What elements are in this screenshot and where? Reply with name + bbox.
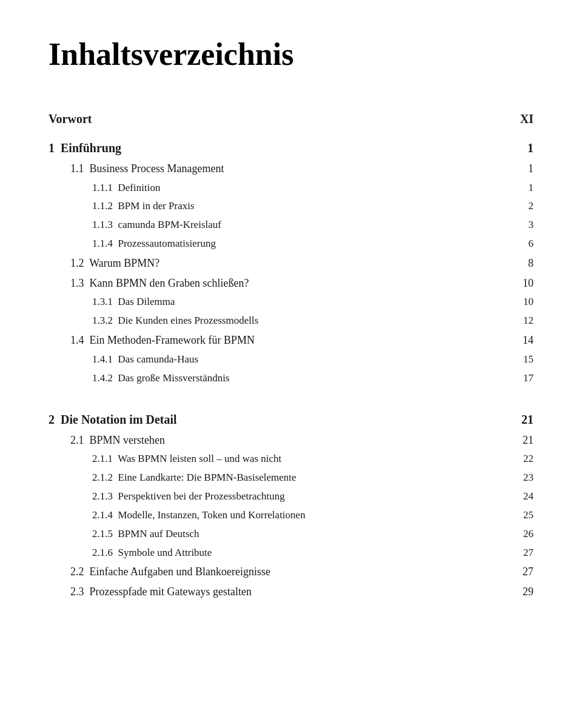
toc-page-ch1-1-4: 6 [509,235,534,253]
toc-entry-ch2-3: 2.3 Prozesspfade mit Gateways gestalten2… [48,583,534,601]
toc-text-ch2-1-6: 2.1.6 Symbole und Attribute [48,544,509,562]
toc-text-ch1-4-2: 1.4.2 Das große Missverständnis [48,370,509,387]
toc-text-ch2-3: 2.3 Prozesspfade mit Gateways gestalten [48,583,509,601]
toc-page-ch1-3-1: 10 [509,293,534,311]
toc-text-ch1-1-4: 1.1.4 Prozessautomatisierung [48,235,509,253]
toc-page-ch1-4-1: 15 [509,351,534,369]
toc-entry-ch2-1-1: 2.1.1 Was BPMN leisten soll – und was ni… [48,450,534,468]
toc-container: VorwortXI1 Einführung11.1 Business Proce… [48,109,534,601]
toc-page-ch2-1-2: 23 [509,469,534,487]
toc-text-ch1-1-2: 1.1.2 BPM in der Praxis [48,198,509,215]
toc-page-ch2-1: 21 [509,431,534,450]
toc-entry-ch2-2: 2.2 Einfache Aufgaben und Blankoereignis… [48,563,534,581]
toc-page-ch1-3: 10 [509,274,534,293]
toc-text-ch1-2: 1.2 Warum BPMN? [48,254,509,273]
toc-page-ch1: 1 [509,138,534,158]
toc-entry-ch1-4: 1.4 Ein Methoden-Framework für BPMN14 [48,331,534,350]
toc-text-ch1-4: 1.4 Ein Methoden-Framework für BPMN [48,331,509,350]
toc-page-ch2-2: 27 [509,563,534,581]
toc-text-ch1-4-1: 1.4.1 Das camunda-Haus [48,351,509,369]
toc-page-ch2-1-5: 26 [509,526,534,543]
toc-page-ch1-2: 8 [509,254,534,273]
toc-text-ch2-1-3: 2.1.3 Perspektiven bei der Prozessbetrac… [48,488,509,506]
toc-text-ch1-1-3: 1.1.3 camunda BPM-Kreislauf [48,216,509,234]
toc-text-ch2-1-1: 2.1.1 Was BPMN leisten soll – und was ni… [48,450,509,468]
toc-entry-ch1-3-1: 1.3.1 Das Dilemma10 [48,293,534,311]
toc-entry-ch2: 2 Die Notation im Detail21 [48,409,534,430]
toc-entry-ch1-1: 1.1 Business Process Management1 [48,159,534,178]
toc-text-ch2-2: 2.2 Einfache Aufgaben und Blankoereignis… [48,563,509,581]
toc-text-ch2-1-2: 2.1.2 Eine Landkarte: Die BPMN-Basiselem… [48,469,509,487]
page-title: Inhaltsverzeichnis [48,36,534,72]
toc-entry-ch2-1-2: 2.1.2 Eine Landkarte: Die BPMN-Basiselem… [48,469,534,487]
toc-page-ch1-1: 1 [509,159,534,178]
toc-page-ch1-4: 14 [509,331,534,350]
toc-text-ch1-3-1: 1.3.1 Das Dilemma [48,293,509,311]
toc-entry-ch1: 1 Einführung1 [48,138,534,158]
toc-entry-ch2-1: 2.1 BPMN verstehen21 [48,431,534,450]
toc-text-ch1-1: 1.1 Business Process Management [48,159,509,178]
toc-page-ch1-1-3: 3 [509,216,534,234]
toc-text-ch2: 2 Die Notation im Detail [48,409,509,430]
toc-text-ch1: 1 Einführung [48,138,509,158]
toc-text-ch2-1: 2.1 BPMN verstehen [48,431,509,450]
toc-text-ch2-1-5: 2.1.5 BPMN auf Deutsch [48,526,509,543]
toc-entry-ch2-1-4: 2.1.4 Modelle, Instanzen, Token und Korr… [48,507,534,524]
toc-text-ch2-1-4: 2.1.4 Modelle, Instanzen, Token und Korr… [48,507,509,524]
toc-entry-ch2-1-3: 2.1.3 Perspektiven bei der Prozessbetrac… [48,488,534,506]
toc-entry-ch1-2: 1.2 Warum BPMN?8 [48,254,534,273]
toc-entry-ch1-3: 1.3 Kann BPMN den Graben schließen?10 [48,274,534,293]
toc-page-ch2-1-3: 24 [509,488,534,506]
toc-entry-ch1-1-1: 1.1.1 Definition1 [48,179,534,197]
toc-page-ch2: 21 [509,409,534,430]
toc-entry-ch2-1-5: 2.1.5 BPMN auf Deutsch26 [48,526,534,543]
toc-entry-ch1-1-4: 1.1.4 Prozessautomatisierung6 [48,235,534,253]
toc-page-ch1-3-2: 12 [509,312,534,330]
toc-text-vorwort: Vorwort [48,109,509,129]
toc-page-ch1-1-1: 1 [509,179,534,197]
toc-entry-ch1-1-2: 1.1.2 BPM in der Praxis2 [48,198,534,215]
toc-page-ch1-4-2: 17 [509,370,534,387]
toc-text-ch1-1-1: 1.1.1 Definition [48,179,509,197]
toc-entry-ch1-1-3: 1.1.3 camunda BPM-Kreislauf3 [48,216,534,234]
toc-text-ch1-3-2: 1.3.2 Die Kunden eines Prozessmodells [48,312,509,330]
toc-entry-ch1-3-2: 1.3.2 Die Kunden eines Prozessmodells12 [48,312,534,330]
toc-page-ch2-1-6: 27 [509,544,534,562]
toc-entry-ch1-4-2: 1.4.2 Das große Missverständnis17 [48,370,534,387]
toc-page-ch1-1-2: 2 [509,198,534,215]
toc-entry-ch2-1-6: 2.1.6 Symbole und Attribute27 [48,544,534,562]
toc-text-ch1-3: 1.3 Kann BPMN den Graben schließen? [48,274,509,293]
toc-page-ch2-1-1: 22 [509,450,534,468]
toc-page-ch2-1-4: 25 [509,507,534,524]
toc-entry-vorwort: VorwortXI [48,109,534,129]
toc-page-ch2-3: 29 [509,583,534,601]
toc-entry-ch1-4-1: 1.4.1 Das camunda-Haus15 [48,351,534,369]
toc-page-vorwort: XI [509,109,534,129]
